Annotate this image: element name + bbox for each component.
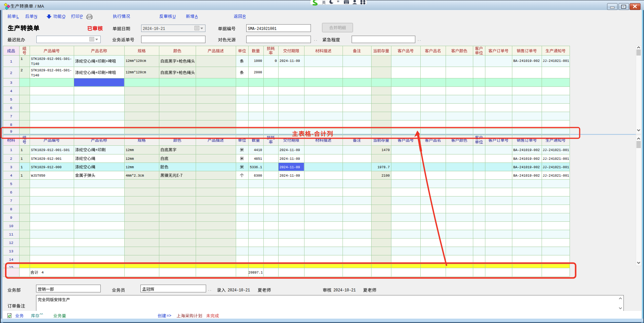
svg-text:1470: 1470 [382,148,390,152]
svg-text:JJ-241021-001: JJ-241021-001 [543,148,569,152]
svg-text:8: 8 [10,207,12,211]
svg-text:BA-241019-002: BA-241019-002 [513,165,540,169]
svg-text:. .: . . [314,37,317,41]
svg-text:2024-10-21: 2024-10-21 [228,288,250,293]
svg-text:JJ-241021-001: JJ-241021-001 [543,157,569,161]
svg-text:12mm: 12mm [126,165,134,169]
svg-text:R: R [243,14,246,19]
svg-text:6: 6 [10,190,12,194]
svg-text:3: 3 [10,81,12,85]
svg-text:12mm*120cm: 12mm*120cm [126,59,146,63]
svg-text:2024-10-21: 2024-10-21 [333,288,356,293]
svg-text:2100: 2100 [382,174,390,178]
svg-text:9: 9 [10,216,12,220]
svg-text:6: 6 [10,106,12,110]
svg-text:2024-11-09: 2024-11-09 [280,157,300,161]
svg-text:N: N [34,14,37,19]
svg-text:2: 2 [10,71,12,75]
svg-text:O: O [62,14,65,19]
svg-text:1: 1 [21,174,23,178]
svg-text:WJST050: WJST050 [31,174,45,178]
svg-text:4: 4 [10,174,12,178]
svg-text:20897.1: 20897.1 [249,271,263,275]
svg-text:14: 14 [9,258,13,262]
svg-text:L: L [17,14,19,19]
svg-text:2024-11-09: 2024-11-09 [280,165,300,169]
svg-text:7: 7 [10,199,12,203]
svg-text:JJ-241021-001: JJ-241021-001 [543,174,569,178]
svg-text:4410: 4410 [254,148,262,152]
svg-text:1000: 1000 [254,59,262,63]
svg-text:STK1029-012-000: STK1029-012-000 [31,165,62,169]
svg-text:/ MA: / MA [35,4,44,9]
svg-text:A: A [195,14,198,19]
svg-text:5: 5 [10,182,12,186]
svg-text:4851: 4851 [254,157,262,161]
svg-text:12mm: 12mm [126,157,134,161]
svg-text:7: 7 [10,114,12,118]
svg-text:STK1029-012-001: STK1029-012-001 [31,157,62,161]
svg-text:1978.7: 1978.7 [378,165,390,169]
svg-text:T140: T140 [31,62,39,66]
svg-text:BA-241019-002: BA-241019-002 [513,148,540,152]
svg-text:5336.1: 5336.1 [250,165,262,169]
svg-text:10: 10 [9,224,13,228]
svg-text:2: 2 [10,157,12,161]
svg-text:0: 0 [275,59,277,63]
svg-text:STK1029-012-001-S01-: STK1029-012-001-S01- [31,57,72,61]
svg-text:12: 12 [9,241,13,245]
svg-text:. .: . . [418,37,421,41]
svg-text:SMA-241021001: SMA-241021001 [248,27,277,31]
svg-text:U: U [173,14,176,19]
svg-text:1: 1 [21,165,23,169]
svg-text:6300: 6300 [254,174,262,178]
svg-text:2024-11-09: 2024-11-09 [280,148,300,152]
svg-text:12mm*120cm: 12mm*120cm [126,70,146,74]
svg-text:1: 1 [21,157,23,161]
svg-text:JJ-241021-001: JJ-241021-001 [543,59,569,63]
svg-text:8: 8 [10,123,12,127]
svg-text:P: P [80,14,83,19]
svg-text:BA-241019-002: BA-241019-002 [513,157,540,161]
svg-text:2: 2 [21,68,23,72]
svg-text:^^: ^^ [40,313,43,317]
svg-text:2024-11-09: 2024-11-09 [280,59,300,63]
svg-text:12mm: 12mm [126,148,134,152]
svg-text:. .: . . [208,287,211,291]
svg-text:1: 1 [10,60,12,64]
svg-text:4: 4 [41,271,44,275]
svg-text:1: 1 [21,148,23,152]
svg-text:=>: => [167,313,171,318]
svg-text:BA-241019-002: BA-241019-002 [513,174,540,178]
svg-text:STK1029-012-001-S01: STK1029-012-001-S01 [31,148,70,152]
svg-text:2024-10-21: 2024-10-21 [143,27,165,31]
svg-text:9: 9 [10,130,12,134]
svg-text:2024-11-09: 2024-11-09 [280,174,300,178]
svg-text:5: 5 [10,98,12,102]
svg-text:JJ-241021-001: JJ-241021-001 [543,165,569,169]
svg-text:BA-241019-002: BA-241019-002 [513,59,540,63]
svg-text:4mm*2.3cm: 4mm*2.3cm [126,174,144,178]
svg-text:3: 3 [10,165,12,169]
svg-text:1: 1 [21,57,23,61]
svg-text:4: 4 [10,89,12,93]
svg-text:13: 13 [9,249,13,253]
svg-text:”: ” [337,0,340,5]
svg-text:T140: T140 [31,73,39,77]
svg-text:11: 11 [9,232,13,237]
svg-text:1: 1 [10,148,12,152]
svg-text:STK1029-012-001-S01-: STK1029-012-001-S01- [31,68,72,72]
svg-text:2000: 2000 [254,70,262,74]
